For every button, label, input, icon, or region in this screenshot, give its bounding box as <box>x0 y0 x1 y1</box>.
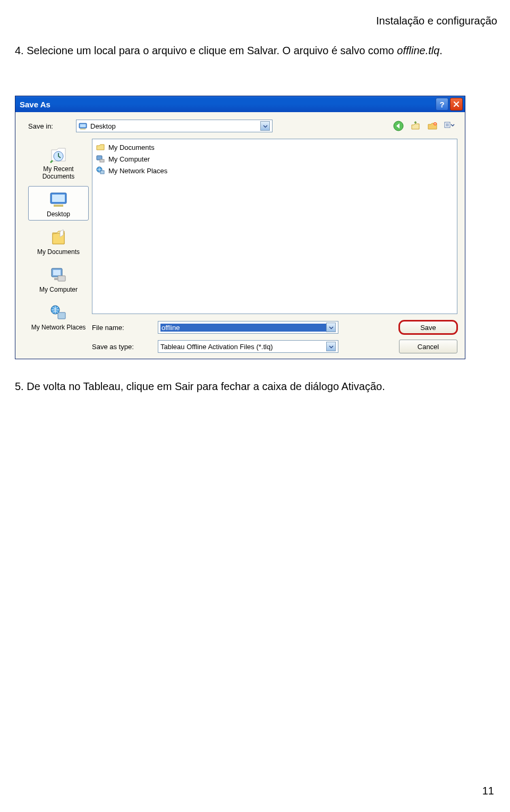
list-item[interactable]: My Documents <box>96 141 454 153</box>
place-label: My Network Places <box>31 324 86 331</box>
step4-text-a: 4. Selecione um local para o arquivo e c… <box>15 45 397 56</box>
doc-section-header: Instalação e configuração <box>15 15 497 27</box>
window-title: Save As <box>20 100 434 109</box>
place-my-documents[interactable]: My Documents <box>28 224 89 258</box>
my-documents-icon <box>48 227 69 248</box>
svg-rect-1 <box>80 124 86 128</box>
recent-documents-icon <box>48 144 69 165</box>
save-in-label: Save in: <box>28 122 71 130</box>
filename-label: File name: <box>92 324 150 332</box>
save-button-label: Save <box>420 324 436 332</box>
cancel-button-label: Cancel <box>418 343 439 351</box>
network-places-icon <box>48 302 69 324</box>
svg-rect-9 <box>54 205 63 207</box>
save-in-combo[interactable]: Desktop <box>76 120 273 132</box>
filetype-value: Tableau Offline Activation Files (*.tlq) <box>160 343 326 351</box>
desktop-icon <box>79 122 87 130</box>
chevron-down-icon[interactable] <box>326 342 336 351</box>
place-desktop[interactable]: Desktop <box>28 186 89 221</box>
svg-rect-12 <box>58 276 65 281</box>
close-button[interactable] <box>450 98 463 111</box>
new-folder-button[interactable] <box>427 120 438 132</box>
titlebar[interactable]: Save As ? <box>15 96 465 112</box>
svg-rect-2 <box>80 129 86 130</box>
place-label: My Computer <box>39 286 78 293</box>
place-label: My Recent Documents <box>29 165 88 180</box>
places-bar: My Recent Documents Desktop <box>28 139 89 356</box>
back-button[interactable] <box>393 120 404 132</box>
list-item[interactable]: My Network Places <box>96 165 454 176</box>
save-button[interactable]: Save <box>399 320 457 334</box>
network-icon <box>96 166 105 175</box>
close-icon <box>453 100 460 109</box>
filename-value: offline <box>160 324 326 332</box>
folder-icon <box>96 142 105 152</box>
views-button[interactable] <box>444 120 455 132</box>
filetype-label: Save as type: <box>92 343 150 351</box>
page-number: 11 <box>482 785 494 797</box>
chevron-down-icon[interactable] <box>260 121 270 131</box>
help-button[interactable]: ? <box>436 98 448 111</box>
svg-rect-11 <box>53 270 61 275</box>
save-in-value: Desktop <box>90 122 257 130</box>
desktop-large-icon <box>48 189 69 210</box>
svg-rect-13 <box>54 278 58 280</box>
filename-input[interactable]: offline <box>158 321 338 334</box>
place-my-recent-documents[interactable]: My Recent Documents <box>28 141 89 183</box>
svg-rect-19 <box>100 171 104 174</box>
cancel-button[interactable]: Cancel <box>399 340 457 353</box>
place-label: My Documents <box>37 248 80 256</box>
list-item[interactable]: My Computer <box>96 153 454 165</box>
step4-filename: offline.tlq <box>397 45 439 56</box>
list-item-label: My Network Places <box>108 167 167 175</box>
my-computer-icon <box>48 265 69 286</box>
svg-rect-8 <box>52 194 65 202</box>
svg-rect-17 <box>100 159 104 162</box>
up-one-level-button[interactable] <box>410 120 421 132</box>
list-item-label: My Computer <box>108 155 150 163</box>
place-label: Desktop <box>47 210 70 218</box>
step4-text-c: . <box>439 45 443 56</box>
list-item-label: My Documents <box>108 143 155 151</box>
step-5-text: 5. De volta no Tableau, clique em Sair p… <box>15 380 497 393</box>
svg-rect-15 <box>58 312 65 319</box>
help-icon: ? <box>439 100 444 109</box>
place-my-computer[interactable]: My Computer <box>28 261 89 296</box>
computer-icon <box>96 154 105 164</box>
save-as-dialog: Save As ? Save in: Desktop <box>15 96 465 359</box>
step-4-text: 4. Selecione um local para o arquivo e c… <box>15 43 497 58</box>
filetype-combo[interactable]: Tableau Offline Activation Files (*.tlq) <box>158 340 338 353</box>
file-list[interactable]: My Documents My Computer <box>92 139 457 314</box>
place-my-network-places[interactable]: My Network Places <box>28 299 89 334</box>
chevron-down-icon[interactable] <box>326 323 336 332</box>
